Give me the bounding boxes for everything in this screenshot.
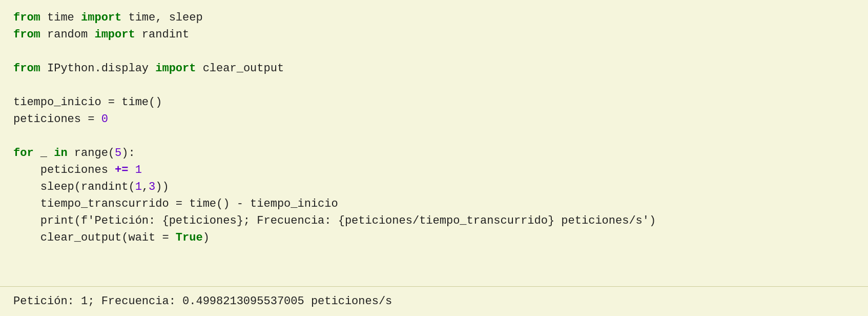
- number-literal: 1: [135, 179, 142, 195]
- keyword-for: for: [13, 145, 34, 162]
- code-text: random: [40, 26, 95, 43]
- code-line-empty: [13, 77, 855, 94]
- code-line-empty: [13, 128, 855, 145]
- keyword-import: import: [94, 26, 135, 43]
- keyword-from: from: [13, 60, 40, 77]
- code-text: tiempo_transcurrido = time() - tiempo_in…: [13, 195, 338, 212]
- code-line: tiempo_inicio = time(): [13, 94, 855, 111]
- code-text: time: [40, 9, 81, 26]
- code-text: clear_output(wait =: [13, 229, 176, 246]
- code-line: print(f'Petición: {peticiones}; Frecuenc…: [13, 212, 855, 229]
- code-text: IPython.display: [40, 60, 155, 77]
- code-line-empty: [13, 43, 855, 60]
- keyword-from: from: [13, 26, 40, 43]
- output-text: Petición: 1; Frecuencia: 0.4998213095537…: [13, 295, 392, 308]
- code-text: )): [155, 179, 169, 195]
- keyword-import: import: [155, 60, 196, 77]
- keyword-in: in: [54, 145, 67, 162]
- code-text: range(: [68, 145, 115, 162]
- code-area[interactable]: from time import time, sleep from random…: [0, 0, 868, 286]
- code-text: clear_output: [196, 60, 284, 77]
- code-line: from time import time, sleep: [13, 9, 855, 26]
- code-line: for _ in range(5):: [13, 145, 855, 162]
- code-line: from random import randint: [13, 26, 855, 43]
- code-line: peticiones += 1: [13, 162, 855, 179]
- output-area: Petición: 1; Frecuencia: 0.4998213095537…: [0, 286, 868, 316]
- code-editor: from time import time, sleep from random…: [0, 0, 868, 316]
- code-text: print(f'Petición: {peticiones}; Frecuenc…: [13, 212, 656, 229]
- number-literal: 0: [101, 111, 108, 128]
- code-line: clear_output(wait = True): [13, 229, 855, 246]
- code-text: randint: [135, 26, 190, 43]
- code-text: ):: [121, 145, 135, 162]
- code-line: peticiones = 0: [13, 111, 855, 128]
- number-literal: 3: [149, 179, 155, 195]
- code-text: ,: [142, 179, 149, 195]
- code-text: time, sleep: [121, 9, 202, 26]
- keyword-from: from: [13, 9, 40, 26]
- code-line: tiempo_transcurrido = time() - tiempo_in…: [13, 195, 855, 212]
- code-line: from IPython.display import clear_output: [13, 60, 855, 77]
- code-text: _: [34, 145, 54, 162]
- keyword-true: True: [176, 229, 203, 246]
- code-text: tiempo_inicio = time(): [13, 94, 162, 111]
- number-literal: 5: [115, 145, 121, 162]
- code-line: sleep(randint(1,3)): [13, 179, 855, 195]
- code-text: sleep(randint(: [13, 179, 135, 195]
- augmented-assign: +=: [115, 162, 128, 179]
- code-text: ): [203, 229, 210, 246]
- code-text: [128, 162, 135, 179]
- code-text: peticiones =: [13, 111, 101, 128]
- code-text: peticiones: [13, 162, 115, 179]
- keyword-import: import: [81, 9, 121, 26]
- number-literal: 1: [135, 162, 142, 179]
